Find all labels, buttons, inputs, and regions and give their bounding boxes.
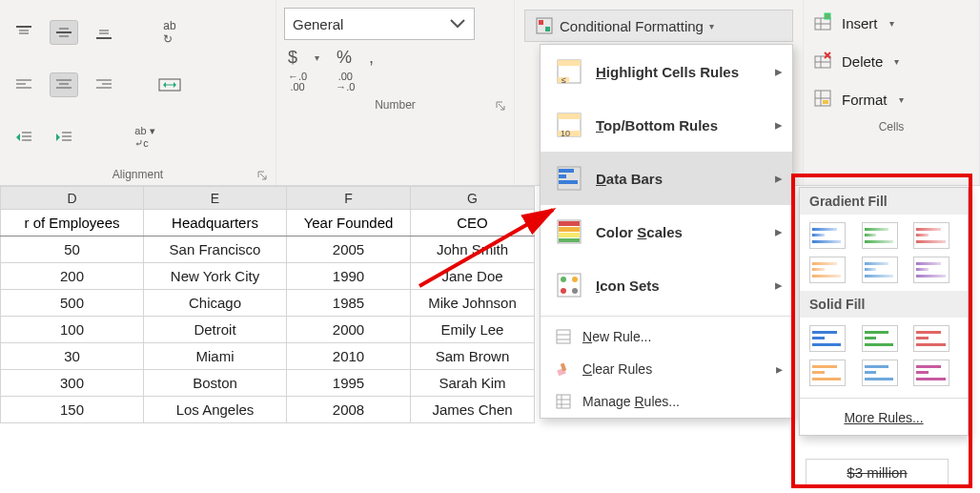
table-cell[interactable]: 1985 bbox=[287, 290, 411, 317]
databar-gradient-green[interactable] bbox=[862, 222, 898, 249]
table-cell[interactable]: Chicago bbox=[144, 290, 287, 317]
table-cell[interactable]: 1995 bbox=[287, 370, 411, 397]
conditional-formatting-button[interactable]: Conditional Formatting ▾ bbox=[524, 10, 793, 42]
table-cell[interactable]: 1990 bbox=[287, 263, 411, 290]
databar-gradient-blue[interactable] bbox=[809, 222, 846, 249]
table-header-cell[interactable]: CEO bbox=[411, 210, 535, 236]
solid-fill-header: Solid Fill bbox=[800, 291, 968, 318]
table-header-cell[interactable]: r of Employees bbox=[1, 210, 144, 236]
cf-manage-rules[interactable]: Manage Rules... bbox=[541, 385, 792, 418]
decrease-indent-button[interactable] bbox=[10, 125, 38, 150]
column-header-G[interactable]: G bbox=[411, 187, 535, 210]
databar-solid-purple[interactable] bbox=[913, 359, 949, 386]
table-cell[interactable]: 200 bbox=[1, 263, 144, 290]
number-dialog-launcher[interactable] bbox=[495, 100, 506, 112]
percent-button[interactable]: % bbox=[337, 48, 352, 68]
cf-top-bottom-rules[interactable]: 10 Top/Bottom Rules ▸ bbox=[541, 98, 792, 152]
align-middle-button[interactable] bbox=[50, 20, 78, 45]
table-cell[interactable]: John Smith bbox=[411, 236, 535, 263]
table-cell[interactable]: 2000 bbox=[287, 317, 411, 343]
table-cell[interactable]: 500 bbox=[1, 290, 144, 317]
table-cell[interactable]: Jane Doe bbox=[411, 263, 535, 290]
align-bottom-button[interactable] bbox=[90, 20, 118, 45]
svg-point-65 bbox=[572, 277, 578, 282]
insert-cells-icon bbox=[813, 12, 834, 33]
chevron-right-icon: ▸ bbox=[775, 223, 783, 240]
table-cell[interactable]: Sarah Kim bbox=[411, 370, 535, 397]
databar-gradient-purple[interactable] bbox=[913, 257, 949, 283]
merge-button[interactable] bbox=[151, 72, 189, 97]
currency-button[interactable]: $ bbox=[288, 48, 297, 68]
table-cell[interactable]: Miami bbox=[144, 343, 287, 370]
delete-button[interactable]: Delete ▾ bbox=[804, 42, 979, 80]
table-cell[interactable]: Mike Johnson bbox=[411, 290, 535, 317]
new-rule-icon bbox=[554, 327, 573, 346]
insert-button[interactable]: Insert ▾ bbox=[804, 4, 979, 42]
svg-rect-47 bbox=[558, 60, 581, 66]
number-format-dropdown[interactable]: General bbox=[284, 8, 475, 40]
svg-rect-45 bbox=[823, 100, 828, 104]
table-cell[interactable]: 30 bbox=[1, 343, 144, 370]
cf-data-bars[interactable]: Data Bars ▸ bbox=[541, 152, 792, 205]
table-cell[interactable]: James Chen bbox=[411, 397, 535, 423]
cf-clear-rules[interactable]: Clear Rules ▸ bbox=[541, 353, 792, 385]
peek-cell[interactable]: $3 million bbox=[806, 459, 949, 485]
column-header-F[interactable]: F bbox=[287, 187, 411, 210]
align-right-button[interactable] bbox=[90, 72, 118, 97]
table-cell[interactable]: 100 bbox=[1, 317, 144, 343]
increase-indent-button[interactable] bbox=[50, 125, 78, 150]
databar-gradient-lightblue[interactable] bbox=[862, 257, 898, 283]
cf-color-scales[interactable]: Color Scales ▸ bbox=[541, 205, 792, 258]
svg-marker-20 bbox=[163, 82, 166, 88]
table-cell[interactable]: 300 bbox=[1, 370, 144, 397]
table-header-cell[interactable]: Headquarters bbox=[144, 210, 287, 236]
wrap-text-button[interactable]: ab ▾⤶c bbox=[124, 125, 166, 150]
decrease-decimal-button[interactable]: .00 →.0 bbox=[336, 72, 355, 92]
cf-highlight-cells-rules[interactable]: ≤ Highlight Cells Rules ▸ bbox=[541, 45, 792, 98]
comma-button[interactable]: , bbox=[369, 48, 374, 68]
svg-rect-59 bbox=[559, 221, 580, 226]
table-cell[interactable]: San Francisco bbox=[144, 236, 287, 263]
column-header-E[interactable]: E bbox=[144, 187, 287, 210]
databar-gradient-red[interactable] bbox=[913, 222, 949, 249]
databar-solid-green[interactable] bbox=[862, 325, 898, 352]
align-left-button[interactable] bbox=[10, 72, 38, 97]
manage-rules-icon bbox=[554, 392, 573, 411]
align-top-button[interactable] bbox=[10, 20, 38, 45]
table-cell[interactable]: Sam Brown bbox=[411, 343, 535, 370]
chevron-right-icon: ▸ bbox=[775, 116, 783, 134]
table-cell[interactable]: Los Angeles bbox=[144, 397, 287, 423]
increase-decimal-button[interactable]: ←.0 .00 bbox=[288, 72, 307, 92]
databar-solid-blue[interactable] bbox=[809, 325, 846, 352]
databar-more-rules[interactable]: More Rules... bbox=[800, 402, 968, 435]
table-cell[interactable]: 2005 bbox=[287, 236, 411, 263]
svg-text:≤: ≤ bbox=[561, 75, 566, 85]
table-cell[interactable]: 2008 bbox=[287, 397, 411, 423]
databar-solid-orange[interactable] bbox=[809, 359, 846, 386]
alignment-dialog-launcher[interactable] bbox=[256, 170, 268, 181]
cf-icon-sets[interactable]: Icon Sets ▸ bbox=[541, 258, 792, 312]
cf-new-rule[interactable]: New Rule... bbox=[541, 320, 792, 353]
databar-solid-red[interactable] bbox=[913, 325, 949, 352]
table-cell[interactable]: 150 bbox=[1, 397, 144, 423]
databar-gradient-orange[interactable] bbox=[809, 257, 846, 283]
table-cell[interactable]: Boston bbox=[144, 370, 287, 397]
svg-rect-68 bbox=[557, 330, 570, 343]
svg-rect-36 bbox=[825, 13, 830, 19]
format-button[interactable]: Format ▾ bbox=[804, 80, 979, 118]
svg-rect-51 bbox=[558, 113, 581, 119]
column-header-D[interactable]: D bbox=[1, 187, 144, 210]
orientation-button[interactable]: ab↻ bbox=[151, 20, 189, 45]
align-center-button[interactable] bbox=[50, 72, 78, 97]
data-table[interactable]: D E F G r of EmployeesHeadquartersYear F… bbox=[0, 186, 535, 423]
table-cell[interactable]: New York City bbox=[144, 263, 287, 290]
table-cell[interactable]: Emily Lee bbox=[411, 317, 535, 343]
group-alignment-label: Alignment bbox=[0, 166, 276, 185]
databar-solid-lightblue[interactable] bbox=[862, 359, 898, 386]
svg-rect-55 bbox=[559, 169, 574, 173]
table-cell[interactable]: 50 bbox=[1, 236, 144, 263]
table-cell[interactable]: Detroit bbox=[144, 317, 287, 343]
table-header-cell[interactable]: Year Founded bbox=[287, 210, 411, 236]
svg-point-67 bbox=[572, 288, 578, 294]
table-cell[interactable]: 2010 bbox=[287, 343, 411, 370]
